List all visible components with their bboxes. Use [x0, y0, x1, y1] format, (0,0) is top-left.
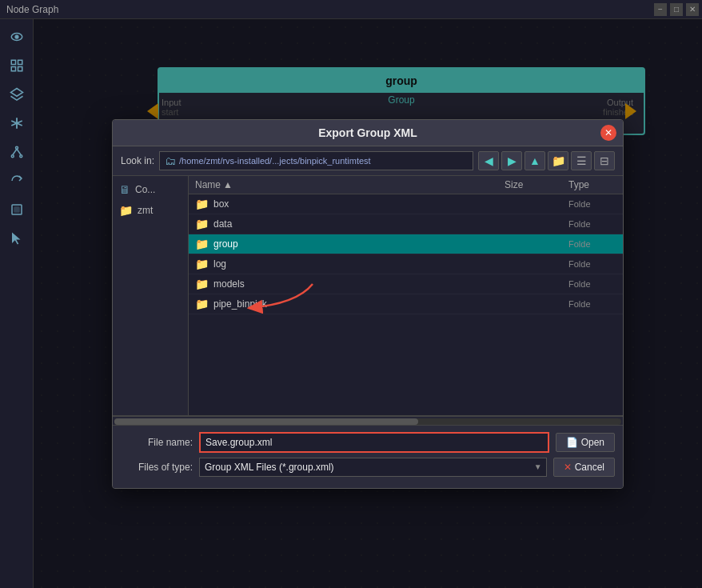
file-list-header: Name ▲ Size Type [189, 176, 623, 194]
scrollbar-track [114, 418, 621, 425]
close-btn[interactable]: ✕ [686, 3, 699, 16]
refresh-icon[interactable] [6, 170, 28, 192]
file-item-models[interactable]: 📁 models Folde [189, 274, 623, 294]
svg-line-14 [17, 149, 21, 155]
file-name-text: log [213, 258, 505, 270]
cube-icon[interactable] [6, 198, 28, 221]
svg-line-13 [12, 149, 16, 155]
up-nav-btn[interactable]: ▲ [525, 151, 545, 170]
folder-icon: 📁 [195, 278, 209, 290]
file-name-text: models [213, 278, 505, 290]
path-folder-icon: 🗂 [165, 154, 176, 167]
file-list-area: Name ▲ Size Type 📁 box [189, 176, 623, 415]
svg-rect-3 [18, 60, 22, 64]
grid-icon[interactable] [6, 54, 28, 77]
folder-icon: 📁 [195, 258, 209, 270]
list-view-btn[interactable]: ☰ [571, 151, 592, 170]
file-name-text: group [213, 238, 505, 250]
open-btn[interactable]: 📄 Open [556, 433, 615, 452]
type-col-header[interactable]: Type [568, 179, 616, 190]
bookmarks-panel: 🖥 Co... 📁 zmt [113, 176, 189, 415]
svg-point-10 [15, 146, 18, 149]
folder-icon: 📁 [195, 218, 209, 230]
zmt-label: zmt [138, 205, 153, 216]
file-name-text: pipe_binpick [213, 298, 505, 310]
export-dialog: Export Group XML ✕ Look in: 🗂 /home/zmt/… [112, 119, 624, 489]
cursor-icon[interactable] [6, 227, 28, 250]
maximize-btn[interactable]: □ [670, 3, 683, 16]
folder-icon: 📁 [195, 198, 209, 210]
detail-view-btn[interactable]: ⊟ [594, 151, 615, 170]
file-type: Folde [568, 299, 616, 309]
file-item-pipe-binpick[interactable]: 📁 pipe_binpick Folde [189, 294, 623, 314]
file-type: Folde [568, 199, 616, 209]
filename-row: File name: 📄 Open [121, 432, 615, 453]
look-in-label: Look in: [121, 155, 154, 166]
scrollbar-thumb[interactable] [114, 418, 418, 425]
svg-rect-2 [11, 60, 15, 64]
path-text: /home/zmt/rvs-installed/...jects/binpick… [179, 156, 371, 166]
file-type: Folde [568, 239, 616, 249]
dialog-overlay: Export Group XML ✕ Look in: 🗂 /home/zmt/… [34, 19, 702, 588]
svg-point-12 [19, 155, 22, 158]
file-name-text: data [213, 218, 505, 230]
folder-icon: 📁 [119, 204, 133, 217]
file-type: Folde [568, 279, 616, 289]
folder-icon: 📁 [195, 298, 209, 310]
svg-rect-16 [14, 207, 19, 212]
svg-marker-6 [10, 89, 22, 97]
dialog-titlebar: Export Group XML ✕ [113, 120, 623, 146]
filetype-select[interactable]: Group XML Files (*.group.xml) [199, 458, 547, 477]
back-nav-btn[interactable]: ◀ [478, 151, 499, 170]
name-col-header[interactable]: Name ▲ [195, 179, 505, 190]
folder-icon: 📁 [195, 238, 209, 250]
open-icon: 📄 [566, 437, 578, 448]
file-name-text: box [213, 198, 505, 210]
svg-rect-4 [11, 67, 15, 71]
file-item-data[interactable]: 📁 data Folde [189, 214, 623, 234]
toolbar-buttons: ◀ ▶ ▲ 📁 ☰ ⊟ [478, 151, 615, 170]
sidebar [0, 19, 34, 588]
look-in-path[interactable]: 🗂 /home/zmt/rvs-installed/...jects/binpi… [159, 151, 473, 170]
layers-icon[interactable] [6, 83, 28, 106]
file-item-log[interactable]: 📁 log Folde [189, 254, 623, 274]
open-btn-label: Open [581, 437, 604, 448]
filetype-row: Files of type: Group XML Files (*.group.… [121, 458, 615, 477]
main-layout: group Group Input start Output finished … [0, 19, 702, 588]
dialog-close-btn[interactable]: ✕ [600, 125, 616, 141]
filename-input[interactable] [199, 432, 549, 453]
computer-bookmark[interactable]: 🖥 Co... [113, 179, 188, 200]
minimize-btn[interactable]: − [654, 3, 667, 16]
eye-icon[interactable] [6, 26, 28, 48]
computer-icon: 🖥 [119, 183, 130, 196]
title-bar: Node Graph − □ ✕ [0, 0, 702, 19]
size-col-header[interactable]: Size [505, 179, 568, 190]
file-browser: 🖥 Co... 📁 zmt Name ▲ [113, 176, 623, 416]
svg-point-11 [11, 155, 14, 158]
svg-rect-5 [18, 67, 22, 71]
filename-label: File name: [121, 437, 193, 448]
svg-point-1 [15, 35, 18, 38]
filetype-select-wrapper: Group XML Files (*.group.xml) ▼ [199, 458, 547, 477]
computer-label: Co... [135, 184, 155, 195]
network-icon[interactable] [6, 141, 28, 163]
forward-nav-btn[interactable]: ▶ [501, 151, 522, 170]
dialog-title: Export Group XML [318, 126, 417, 139]
asterisk-icon[interactable] [6, 112, 28, 134]
look-in-bar: Look in: 🗂 /home/zmt/rvs-installed/...je… [113, 146, 623, 176]
cancel-icon: ✕ [564, 462, 572, 473]
zmt-bookmark[interactable]: 📁 zmt [113, 200, 188, 221]
file-item-group[interactable]: 📁 group Folde [189, 234, 623, 254]
window-controls: − □ ✕ [654, 0, 699, 18]
file-type: Folde [568, 259, 616, 269]
app-title: Node Graph [6, 4, 58, 15]
filetype-label: Files of type: [121, 462, 193, 473]
file-item-box[interactable]: 📁 box Folde [189, 194, 623, 214]
cancel-btn-label: Cancel [575, 462, 604, 473]
create-dir-btn[interactable]: 📁 [548, 151, 568, 170]
cancel-btn[interactable]: ✕ Cancel [553, 458, 615, 477]
scrollbar-area[interactable] [113, 416, 623, 426]
file-type: Folde [568, 219, 616, 229]
canvas-area: group Group Input start Output finished … [34, 19, 702, 588]
dialog-bottom: File name: 📄 Open Files of type: Group X… [113, 426, 623, 488]
